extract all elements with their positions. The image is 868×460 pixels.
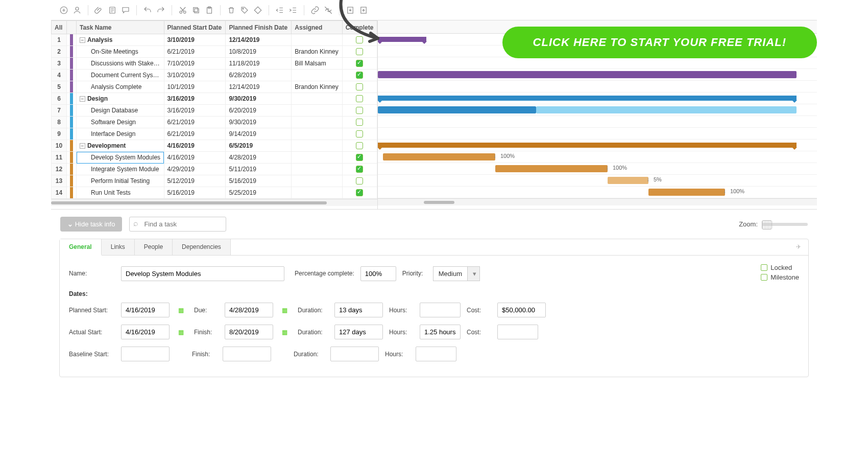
input-cost-2[interactable] [497, 325, 538, 339]
undo-icon[interactable] [142, 5, 153, 16]
col-finish[interactable]: Planned Finish Date [226, 21, 292, 34]
table-row[interactable]: 8Software Design6/21/20199/30/2019 [52, 117, 377, 128]
gantt-scrollbar[interactable] [378, 198, 817, 205]
gantt-bar[interactable] [378, 143, 797, 148]
input-actual-start[interactable] [121, 325, 170, 339]
gantt-bar[interactable] [536, 106, 797, 113]
gantt-row [378, 69, 817, 81]
label-actual-start: Actual Start: [69, 329, 115, 336]
indent-icon[interactable] [287, 5, 299, 16]
col-name[interactable]: Task Name [77, 21, 164, 34]
gantt-row [378, 57, 817, 69]
input-baseline-start[interactable] [121, 347, 170, 361]
gantt-row: 100%↓ [378, 187, 817, 198]
paste-icon[interactable] [204, 5, 215, 16]
table-row[interactable]: 9Interface Design6/21/20199/14/2019 [52, 128, 377, 140]
diamond-icon[interactable] [252, 5, 263, 16]
table-row[interactable]: 7Design Database3/16/20196/20/2019 [52, 105, 377, 117]
gantt-row [378, 128, 817, 140]
attachment-icon[interactable] [93, 5, 105, 16]
table-row[interactable]: 14Run Unit Tests5/16/20195/25/2019 [52, 187, 377, 199]
calendar-icon[interactable]: ▦ [176, 327, 186, 337]
label-name: Name: [69, 270, 115, 277]
gantt-bar[interactable] [648, 189, 725, 196]
tab-people[interactable]: People [135, 239, 173, 255]
input-hours-3[interactable] [416, 347, 456, 361]
dependency-arrow-icon: ↓ [606, 164, 609, 171]
cta-banner[interactable]: CLICK HERE TO START YOUR FREE TRIAL! [502, 27, 817, 58]
input-name[interactable] [121, 266, 284, 281]
check-milestone[interactable]: Milestone [761, 273, 799, 281]
input-priority[interactable]: Medium▾ [433, 266, 480, 281]
gantt-bar[interactable] [378, 96, 797, 101]
link-icon[interactable] [309, 5, 321, 16]
add-icon[interactable] [58, 5, 69, 16]
gantt-bar[interactable] [383, 153, 495, 160]
gantt-bar-label: 100% [613, 165, 627, 171]
gantt-row [378, 93, 817, 104]
hide-task-info-button[interactable]: Hide task info [60, 217, 122, 232]
input-planned-start[interactable] [121, 303, 170, 317]
table-row[interactable]: 12Integrate System Module4/29/20195/11/2… [52, 164, 377, 175]
svg-point-1 [76, 7, 79, 10]
label-pct: Percentage complete: [295, 270, 354, 277]
table-row[interactable]: 6−Design3/16/20199/30/2019 [52, 93, 377, 105]
outdent-icon[interactable] [274, 5, 285, 16]
table-row[interactable]: 4Document Current System3/10/20196/28/20… [52, 70, 377, 81]
input-finish[interactable] [225, 325, 273, 339]
redo-icon[interactable] [155, 5, 166, 16]
input-finish-2[interactable] [223, 347, 271, 361]
tab-dependencies[interactable]: Dependencies [173, 239, 231, 255]
label-baseline-start: Baseline Start: [69, 351, 115, 358]
gantt-row: 100%↓ [378, 163, 817, 175]
table-row[interactable]: 3Discussions with Stakehol7/10/201911/18… [52, 58, 377, 70]
cut-icon[interactable] [177, 5, 188, 16]
calendar-icon[interactable]: ▦ [176, 305, 186, 315]
table-row[interactable]: 5Analysis Complete10/1/201912/14/2019Bra… [52, 81, 377, 93]
input-duration-1[interactable] [334, 303, 383, 317]
gantt-bar-label: 100% [500, 153, 515, 159]
delete-icon[interactable] [226, 5, 237, 16]
gantt-row [378, 81, 817, 93]
zoom-slider[interactable] [762, 223, 808, 226]
table-row[interactable]: 13Perform Initial Testing5/12/20195/16/2… [52, 175, 377, 187]
check-locked[interactable]: Locked [761, 264, 799, 271]
gantt-row [378, 140, 817, 151]
gantt-bar[interactable] [495, 165, 608, 172]
tag-icon[interactable] [239, 5, 250, 16]
table-row[interactable]: 11Develop System Modules4/16/20194/28/20… [52, 152, 377, 164]
dates-header: Dates: [69, 290, 799, 297]
input-pct[interactable] [360, 266, 396, 281]
gantt-bar[interactable] [378, 106, 536, 113]
svg-point-9 [243, 8, 244, 9]
detail-tabs: General Links People Dependencies ✈ [60, 239, 808, 256]
input-duration-2[interactable] [334, 325, 383, 339]
user-icon[interactable] [71, 5, 83, 16]
col-index[interactable]: All [52, 21, 67, 34]
input-duration-3[interactable] [330, 347, 379, 361]
task-search-input[interactable] [129, 217, 226, 232]
comment-icon[interactable] [120, 5, 131, 16]
gantt-row [378, 116, 817, 128]
col-start[interactable]: Planned Start Date [164, 21, 226, 34]
gantt-bar[interactable] [378, 71, 797, 78]
input-due[interactable] [225, 303, 273, 317]
gantt-bar-label: 5% [654, 176, 662, 182]
input-cost-1[interactable] [497, 303, 546, 317]
grid-scrollbar[interactable] [51, 199, 377, 206]
calendar-icon[interactable]: ▦ [279, 305, 290, 315]
label-duration: Duration: [298, 307, 328, 314]
svg-rect-6 [194, 7, 198, 11]
note-icon[interactable] [107, 5, 118, 16]
input-hours-1[interactable] [420, 303, 461, 317]
send-icon[interactable]: ✈ [789, 239, 808, 255]
calendar-icon[interactable]: ▦ [279, 327, 290, 337]
tab-general[interactable]: General [60, 239, 102, 256]
table-row[interactable]: 10−Development4/16/20196/5/2019 [52, 140, 377, 152]
label-hours: Hours: [389, 329, 414, 336]
copy-icon[interactable] [190, 5, 202, 16]
gantt-bar[interactable] [608, 177, 648, 184]
label-hours: Hours: [389, 307, 414, 314]
input-hours-2[interactable] [420, 325, 461, 339]
tab-links[interactable]: Links [102, 239, 135, 255]
